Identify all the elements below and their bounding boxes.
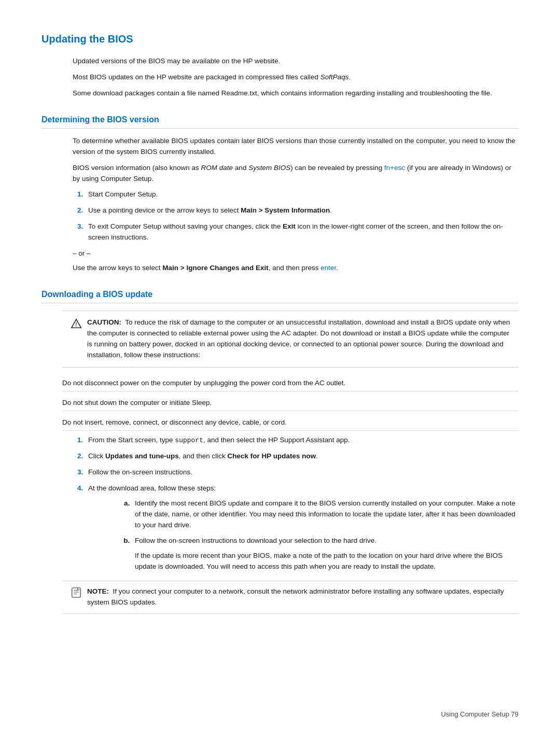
intro-para-1: Updated versions of the BIOS may be avai… [73,56,519,67]
softpaqs-term: SoftPaqs [320,73,349,81]
step-3-exit-setup: To exit Computer Setup without saving yo… [85,221,519,243]
note-text: If you connect your computer to a networ… [87,587,504,606]
step-1-start-setup: Start Computer Setup. [85,189,519,200]
or-divider: – or – [73,248,519,259]
caution-triangle-icon: ! [71,318,82,329]
downloading-steps-list: From the Start screen, type support, and… [73,435,519,572]
section-determining-bios-title: Determining the BIOS version [41,114,519,129]
enter-key-link: enter [320,264,336,272]
determining-para-2: BIOS version information (also known as … [73,163,519,185]
warning-line-1: Do not disconnect power on the computer … [62,376,519,391]
caution-box: ! CAUTION: To reduce the risk of damage … [62,311,519,368]
support-code: support [175,437,203,444]
section-downloading-bios-title: Downloading a BIOS update [41,288,519,303]
svg-rect-2 [72,588,81,597]
download-step-4: At the download area, follow these steps… [85,483,519,572]
determining-steps-list: Start Computer Setup. Use a pointing dev… [73,189,519,243]
main-system-info-label: Main > System Information [241,206,330,214]
page-title: Updating the BIOS [41,31,519,47]
download-step-1: From the Start screen, type support, and… [85,435,519,446]
updates-tune-ups-label: Updates and tune-ups [105,452,179,460]
note-icon [71,587,82,598]
intro-para-3: Some download packages contain a file na… [73,88,519,99]
download-substep-b-subpara: If the update is more recent than your B… [135,551,519,572]
download-substeps-list: Identify the most recent BIOS update and… [119,498,519,573]
rom-date-term: ROM date [201,164,233,172]
note-box: NOTE: If you connect your computer to a … [62,581,519,614]
or-alternative-text: Use the arrow keys to select Main > Igno… [73,263,519,274]
caution-content: CAUTION: To reduce the risk of damage to… [87,317,510,361]
main-ignore-changes-label: Main > Ignore Changes and Exit [162,264,268,272]
intro-para-2: Most BIOS updates on the HP website are … [73,72,519,83]
caution-label: CAUTION: [87,318,121,326]
svg-text:!: ! [75,322,77,328]
step-2-main-system-info: Use a pointing device or the arrow keys … [85,205,519,216]
download-step-3: Follow the on-screen instructions. [85,467,519,478]
download-substep-b: Follow the on-screen instructions to dow… [132,536,519,572]
warning-line-2: Do not shut down the computer or initiat… [62,396,519,411]
note-label: NOTE: [87,587,109,595]
note-content: NOTE: If you connect your computer to a … [87,586,510,608]
download-substep-a: Identify the most recent BIOS update and… [132,498,519,531]
system-bios-term: System BIOS [248,164,290,172]
warning-line-3: Do not insert, remove, connect, or disco… [62,415,519,431]
page-footer: Using Computer Setup 79 [441,709,519,720]
determining-para-1: To determine whether available BIOS upda… [73,136,519,158]
download-step-2: Click Updates and tune-ups, and then cli… [85,451,519,462]
exit-label: Exit [283,222,296,230]
fn-esc-keys: fn+esc [384,164,405,172]
check-hp-updates-label: Check for HP updates now [228,452,316,460]
caution-text: To reduce the risk of damage to the comp… [87,318,510,359]
